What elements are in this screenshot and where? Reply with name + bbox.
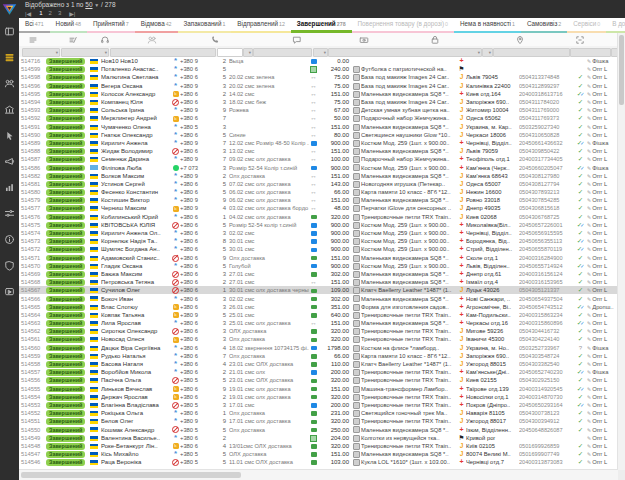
delivery-city-icon[interactable] [515,35,525,45]
phone-number[interactable]: +380 9 [180,172,213,180]
phone-number[interactable]: +380 6 [180,188,213,196]
table-row[interactable]: 514570ЗавершенийГладик Оксана*+380 65Гол… [19,262,618,270]
table-row[interactable]: 514553ЗавершенийБлагінна Владіслава+380 … [19,401,618,409]
table-row[interactable]: 514579ЗавершенийКостишин Виктор*+380 990… [19,196,618,204]
phone-number[interactable]: +380 5 [180,401,213,409]
headset-icon[interactable] [100,35,110,45]
table-row[interactable]: 514556ЗавершенийПасічна Ольга+380 5523.0… [19,376,618,384]
phone-icon[interactable] [210,35,220,45]
phone-number[interactable]: +380 6 [180,327,213,335]
table-row[interactable]: 514569ЗавершенийБаюка Максим+380 6327.01… [19,270,618,278]
phone-number[interactable]: +380 6 [180,114,213,122]
tab-5[interactable]: Запакований1 [178,18,232,33]
table-row[interactable]: 514566ЗавершенийБокоч Иван*+380 6302.02 … [19,294,618,302]
app-logo[interactable] [0,0,19,19]
phone-number[interactable]: +380 6 [180,434,213,442]
table-row[interactable]: 514596ЗавершенийВегера Оксана*+380 9320.… [19,82,618,90]
phone-number[interactable]: +380 6 [180,319,213,327]
table-row[interactable]: 514550ЗавершенийКошмак Александр+380 55О… [19,425,618,433]
table-row[interactable]: 514562ЗавершенийСиротюк Олександр+380 63… [19,327,618,335]
phone-number[interactable]: +380 9 [180,57,213,65]
table-row[interactable]: 514554ЗавершенийДержач Ярославlc+380 621… [19,393,618,401]
sidebar-item-settings-tune[interactable] [0,201,19,227]
phone-number[interactable]: +7 073 [180,164,213,172]
table-row[interactable]: 514551ЗавершенийБелов Олег*+380 9917.01 … [19,417,618,425]
tracking-scan-icon[interactable] [575,35,585,45]
filter-input-11[interactable] [570,48,611,57]
filter-input-3[interactable] [110,48,216,57]
tab-11[interactable]: Сервіси0 [567,18,606,33]
table-row[interactable]: 514575ЗавершенийКВІТОВСЬКА ЮЛІЯ+380 65Ро… [19,221,618,229]
first-page-button[interactable]: |◀ [25,10,31,17]
sidebar-item-clients[interactable] [0,71,19,97]
phone-number[interactable]: +380 5 [180,458,213,466]
sidebar-item-bank[interactable] [0,97,19,123]
table-row[interactable]: 514587ЗавершенийСеменюк Дарина*+380 9709… [19,155,618,163]
table-row[interactable]: 514559ЗавершенийРудько Наталья*+380 67Ол… [19,352,618,360]
table-row[interactable]: 514552ЗавершенийРокіцька Ольга*+380 61Ол… [19,409,618,417]
table-row[interactable]: 514561ЗавершенийНовосад Олесяlc+380 63Ол… [19,335,618,343]
table-row[interactable]: 514573ЗавершенийКорнелюк Надія Та..*+380… [19,237,618,245]
phone-number[interactable]: +380 6 [180,262,213,270]
tab-9[interactable]: Нема в наявності1 [454,18,521,33]
vertical-scrollbar[interactable] [617,33,625,470]
table-row[interactable]: 514549ЗавершенийВалентина Василье..*+380… [19,434,618,442]
phone-number[interactable]: +380 6 [180,98,213,106]
tab-3[interactable]: Прийнятий7 [87,18,135,33]
phone-number[interactable]: +380 9 [180,196,213,204]
filter-input-7[interactable]: ▾ [313,48,328,57]
page-1-button[interactable]: 1 [39,10,42,16]
sidebar-item-guard[interactable] [0,253,19,279]
table-row[interactable]: 514576ЗавершенийКобилинський Юрий*+380 6… [19,213,618,221]
table-row[interactable]: 514577ЗавершенийЧерниш Максимlc+380 9403… [19,204,618,212]
phone-number[interactable]: +380 6 [180,213,213,221]
filter-input-10[interactable] [493,48,570,57]
product-icon[interactable] [430,35,440,45]
table-row[interactable]: 514599ЗавершенийПоталенко Анастас..*+380… [19,65,618,73]
last-page-button[interactable]: ▶| [69,10,75,17]
phone-number[interactable]: +380 6 [180,352,213,360]
phone-number[interactable]: +380 6 [180,442,213,450]
table-row[interactable]: 514580ЗавершенийФесенко Константин*+380 … [19,188,618,196]
filter-input-8[interactable]: ▾ [328,48,482,57]
tab-8[interactable]: Повернення товару (в дорозі)0 [352,18,454,33]
phone-number[interactable]: +380 9 [180,311,213,319]
tab-4[interactable]: Відмова42 [135,18,178,33]
table-row[interactable]: 514565ЗавершенийВлас Слотюуlc+380 6326.0… [19,303,618,311]
sidebar-item-orders-list[interactable] [0,45,19,71]
table-row[interactable]: 514558ЗавершенийБасова Наталя*+380 6423.… [19,360,618,368]
tab-2[interactable]: Новий48 [50,18,87,33]
phone-number[interactable]: +380 5 [180,450,213,458]
table-row[interactable]: 514560ЗавершенийДацюк Віра Сергіївна*+38… [19,344,618,352]
table-row[interactable]: 514589ЗавершенийКирилич Анжела*+380 9712… [19,139,618,147]
filter-input-5[interactable]: ▾ [243,48,253,57]
table-row[interactable]: 514546ЗавершенийРаца Вероніка+380 5511.0… [19,458,618,466]
page-3-button[interactable]: 3 [58,10,61,16]
phone-number[interactable]: +380 6 [180,368,213,376]
sidebar-item-video-help[interactable] [0,279,19,305]
sidebar-item-cursor-hand[interactable] [0,123,19,149]
phone-number[interactable]: +380 6 [180,254,213,262]
phone-number[interactable]: +380 6 [180,65,213,73]
sidebar-item-dashboard-cards[interactable] [0,19,19,45]
payment-icon[interactable] [359,35,369,45]
filter-input-9[interactable]: ▾ [482,48,493,57]
phone-number[interactable]: +380 6 [180,303,213,311]
table-row[interactable]: 514598ЗавершенийМалютина Светлана*+380 6… [19,73,618,81]
phone-number[interactable]: +380 9 [180,155,213,163]
phone-number[interactable]: +380 9 [180,139,213,147]
table-row[interactable]: 514572ЗавершенийШумляс Богдана Ан..*+380… [19,245,618,253]
phone-number[interactable]: +380 6 [180,393,213,401]
phone-number[interactable]: +380 6 [180,131,213,139]
phone-number[interactable]: +380 6 [180,385,213,393]
per-page-dropdown[interactable]: 50 [85,1,92,8]
table-row[interactable]: 514574ЗавершенийКирилич Анжела Ол..*+380… [19,229,618,237]
phone-number[interactable]: +380 6 [180,360,213,368]
filter-input-2[interactable]: ▾ [61,48,109,57]
phone-number[interactable]: +380 6 [180,245,213,253]
phone-number[interactable]: +380 6 [180,229,213,237]
horizontal-scrollbar[interactable] [19,469,618,480]
sidebar-item-stats[interactable] [0,175,19,201]
phone-number[interactable]: +380 6 [180,221,213,229]
phone-number[interactable]: +380 5 [180,123,213,131]
